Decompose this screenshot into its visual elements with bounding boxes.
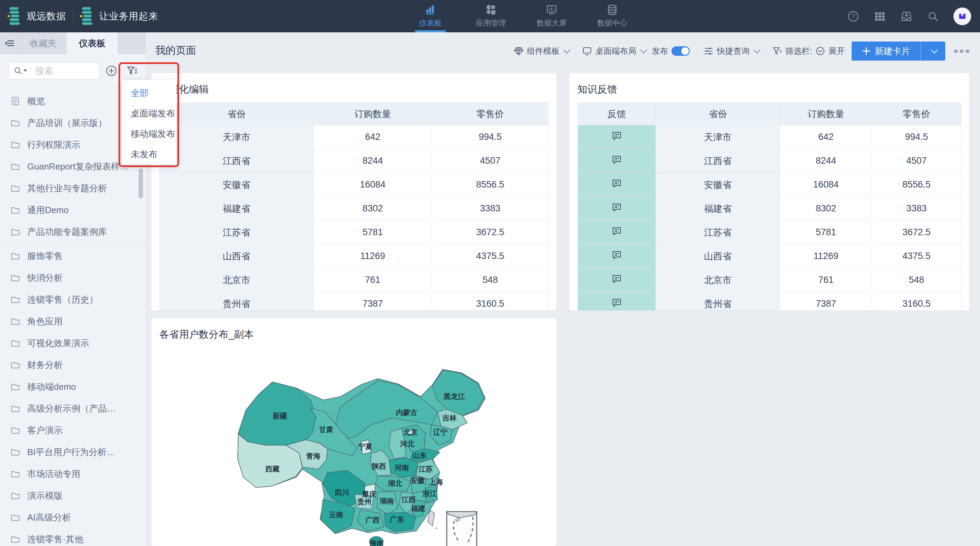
order-qty-cell: 16084 [313, 173, 432, 197]
sidebar-scrollbar[interactable] [138, 168, 143, 198]
map-label: 江西 [401, 496, 416, 503]
map-label: 海南 [369, 539, 384, 546]
sidebar-item[interactable]: 服饰零售 [0, 245, 146, 267]
sidebar-item[interactable]: 角色应用 [0, 310, 146, 332]
retail-price-cell: 4507 [872, 149, 961, 173]
sidebar-item[interactable]: BI平台用户行为分析… [0, 441, 146, 463]
knowledge-feedback-table[interactable]: 反馈省份订购数量零售价天津市642994.5江西省82444507安徽省1608… [578, 102, 961, 310]
add-dashboard-icon[interactable] [105, 65, 117, 76]
sidebar-item[interactable]: 通用Demo [0, 199, 146, 221]
avatar[interactable] [953, 8, 971, 25]
inbox-download-icon[interactable] [900, 10, 913, 22]
sidebar-item[interactable]: 移动端demo [0, 376, 146, 398]
table-row: 贵州省73873160.5 [160, 292, 549, 311]
funnel-icon [772, 46, 782, 56]
filter-menu-item[interactable]: 未发布 [122, 144, 177, 164]
publish-toggle[interactable] [671, 46, 690, 56]
china-choropleth-map[interactable]: 新疆黑龙江吉林辽宁内蒙古北京河北甘肃宁夏青海山东陕西河南江苏西藏安徽上海湖北四川… [151, 318, 557, 546]
province-cell: 北京市 [656, 268, 780, 292]
more-options-icon[interactable] [954, 50, 969, 53]
sidebar-item[interactable]: 产品功能专题案例库 [0, 221, 146, 243]
sidebar-item[interactable]: 客户演示 [0, 419, 146, 441]
sidebar-item-label: 行列权限演示 [27, 139, 80, 151]
feedback-cell[interactable] [578, 221, 656, 244]
component-template-button[interactable]: 组件模板 [514, 46, 568, 57]
map-label: 四川 [335, 489, 349, 496]
sidebar-item[interactable]: 其他行业与专题分析 [0, 177, 146, 199]
search-input[interactable] [35, 66, 86, 76]
quick-query-label: 快捷查询 [717, 46, 749, 57]
desktop-layout-button[interactable]: 桌面端布局 [582, 46, 645, 57]
sidebar-list-divider [0, 244, 146, 244]
slogan-logo-icon [80, 7, 92, 25]
feedback-cell[interactable] [578, 149, 656, 173]
order-qty-cell: 642 [313, 125, 432, 149]
feedback-cell[interactable] [578, 244, 656, 268]
help-icon[interactable]: ? [847, 10, 859, 22]
map-label: 广东 [390, 515, 404, 523]
table-row: 山西省112694375.5 [578, 244, 961, 268]
order-qty-cell: 11269 [313, 244, 432, 268]
sidebar-item-label: 客户演示 [27, 424, 63, 436]
map-label: 福建 [410, 505, 425, 512]
feedback-cell[interactable] [578, 125, 656, 149]
sidebar-item-label: 可视化效果演示 [27, 337, 89, 349]
sidebar-collapse-icon[interactable] [0, 32, 20, 54]
new-card-split-button[interactable]: 新建卡片 [852, 41, 945, 60]
sidebar-item[interactable]: AI高级分析 [0, 506, 146, 528]
sidebar-item[interactable]: 演示模版 [0, 485, 146, 506]
folder-icon [10, 360, 21, 370]
feedback-cell[interactable] [578, 292, 656, 311]
publish-filter-icon[interactable] [127, 66, 138, 76]
sidebar-tab-dashboards[interactable]: 仪表板 [67, 32, 118, 54]
sidebar-search-box[interactable] [8, 62, 99, 79]
sidebar-tab-favorites[interactable]: 收藏夹 [20, 32, 67, 54]
province-cell: 北京市 [160, 268, 313, 292]
nav-tab-dashboard[interactable]: 仪表板 [411, 0, 449, 32]
feedback-cell[interactable] [578, 268, 656, 292]
map-label: 内蒙古 [396, 408, 417, 416]
table-row: 安徽省160848556.5 [160, 173, 549, 197]
apps-grid-icon[interactable] [874, 10, 886, 22]
order-qty-cell: 5781 [313, 221, 432, 244]
feedback-cell[interactable] [578, 197, 656, 221]
folder-icon [10, 294, 21, 305]
quick-query-button[interactable]: 快捷查询 [704, 46, 758, 57]
chevron-down-icon [563, 47, 570, 54]
retail-price-cell: 3672.5 [872, 221, 961, 244]
map-label: 河北 [400, 440, 415, 448]
search-scope-icon[interactable] [14, 67, 27, 75]
visual-edit-table[interactable]: 省份订购数量零售价天津市642994.5江西省82444507安徽省160848… [159, 102, 549, 310]
retail-price-cell: 4507 [432, 149, 549, 173]
sidebar-item[interactable]: 可视化效果演示 [0, 332, 146, 354]
new-card-dropdown[interactable] [921, 41, 945, 60]
toolbar-separator [697, 45, 697, 57]
filter-bar-control[interactable]: 筛选栏: 展开 [772, 46, 845, 57]
nav-tab-data-center[interactable]: 数据中心 [593, 0, 631, 32]
sidebar-item[interactable]: 高级分析示例（产品… [0, 398, 146, 419]
search-icon[interactable] [927, 10, 939, 22]
sidebar-item[interactable]: 快消分析 [0, 267, 146, 289]
sidebar-item[interactable]: 财务分析 [0, 354, 146, 376]
filter-menu-item[interactable]: 移动端发布 [122, 124, 177, 144]
nav-tab-app-management[interactable]: 应用管理 [472, 0, 510, 32]
filter-menu-item[interactable]: 桌面端发布 [122, 103, 177, 124]
sidebar-item[interactable]: 连锁零售·其他 [0, 528, 146, 546]
map-label: 山东 [412, 451, 427, 459]
filter-menu-item[interactable]: 全部 [122, 83, 177, 103]
active-tab-underline [415, 30, 446, 32]
publish-control: 发布 [652, 46, 690, 57]
feedback-cell[interactable] [578, 173, 656, 197]
map-label: 黑龙江 [443, 392, 465, 400]
sidebar-item[interactable]: 市场活动专用 [0, 463, 146, 485]
sidebar-item[interactable]: 连锁零售（历史） [0, 289, 146, 310]
map-label: 辽宁 [433, 428, 447, 436]
sliders-icon [704, 46, 713, 56]
header-divider [146, 67, 980, 67]
search-divider [30, 66, 31, 76]
new-card-button[interactable]: 新建卡片 [852, 41, 920, 60]
column-header: 零售价 [432, 103, 549, 125]
nav-tab-data-screen[interactable]: 数据大屏 [533, 0, 571, 32]
toolbar-separator [765, 45, 765, 57]
map-label: 广西 [365, 516, 380, 524]
